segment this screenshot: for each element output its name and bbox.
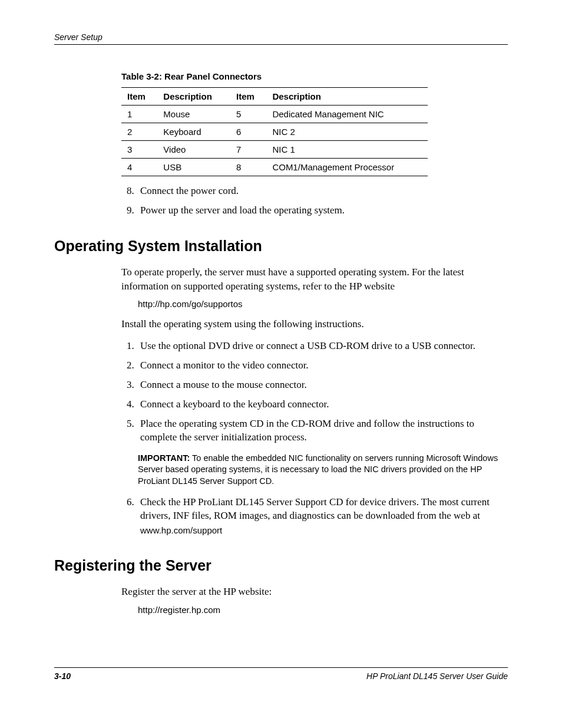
- list-item: Check the HP ProLiant DL145 Server Suppo…: [137, 496, 508, 537]
- table-row: 1 Mouse 5 Dedicated Management NIC: [121, 106, 428, 123]
- cell: NIC 1: [266, 141, 428, 159]
- table-row: 3 Video 7 NIC 1: [121, 141, 428, 159]
- step-text: Check the HP ProLiant DL145 Server Suppo…: [140, 496, 490, 521]
- list-item: Place the operating system CD in the CD-…: [137, 417, 508, 444]
- list-item: Power up the server and load the operati…: [137, 204, 508, 218]
- cell: 6: [230, 123, 266, 141]
- steps-continued: Connect the power cord. Power up the ser…: [121, 185, 508, 218]
- page-number: 3-10: [54, 671, 71, 681]
- list-item: Connect a keyboard to the keyboard conne…: [137, 398, 508, 411]
- table-row: 4 USB 8 COM1/Management Processor: [121, 159, 428, 176]
- cell: USB: [157, 159, 230, 176]
- list-item: Use the optional DVD drive or connect a …: [137, 340, 508, 353]
- document-page: Server Setup Table 3-2: Rear Panel Conne…: [0, 0, 562, 728]
- cell: 4: [121, 159, 157, 176]
- cell: 8: [230, 159, 266, 176]
- cell: Video: [157, 141, 230, 159]
- paragraph: Register the server at the HP website:: [121, 585, 508, 599]
- table-caption: Table 3-2: Rear Panel Connectors: [121, 71, 508, 81]
- note-label: IMPORTANT:: [138, 453, 190, 463]
- url-text: http://register.hp.com: [138, 605, 508, 615]
- list-item: Connect a monitor to the video connector…: [137, 359, 508, 373]
- install-steps-cont: Check the HP ProLiant DL145 Server Suppo…: [121, 496, 508, 537]
- table-row: 2 Keyboard 6 NIC 2: [121, 123, 428, 141]
- cell: Dedicated Management NIC: [266, 106, 428, 123]
- note-text: To enable the embedded NIC functionality…: [138, 453, 498, 486]
- cell: 7: [230, 141, 266, 159]
- cell: 3: [121, 141, 157, 159]
- cell: NIC 2: [266, 123, 428, 141]
- running-header: Server Setup: [54, 32, 508, 45]
- col-header: Description: [266, 88, 428, 106]
- url-text: http://hp.com/go/supportos: [138, 299, 508, 309]
- cell: 2: [121, 123, 157, 141]
- cell: Keyboard: [157, 123, 230, 141]
- url-text: www.hp.com/support: [140, 525, 508, 536]
- doc-title: HP ProLiant DL145 Server User Guide: [366, 671, 508, 681]
- paragraph: Install the operating system using the f…: [121, 317, 508, 331]
- col-header: Description: [157, 88, 230, 106]
- important-note: IMPORTANT: To enable the embedded NIC fu…: [138, 453, 508, 487]
- page-footer: 3-10 HP ProLiant DL145 Server User Guide: [54, 667, 508, 681]
- list-item: Connect the power cord.: [137, 185, 508, 198]
- cell: 5: [230, 106, 266, 123]
- cell: COM1/Management Processor: [266, 159, 428, 176]
- list-item: Connect a mouse to the mouse connector.: [137, 378, 508, 392]
- cell: 1: [121, 106, 157, 123]
- cell: Mouse: [157, 106, 230, 123]
- col-header: Item: [121, 88, 157, 106]
- connector-table: Item Description Item Description 1 Mous…: [121, 87, 428, 176]
- install-steps: Use the optional DVD drive or connect a …: [121, 340, 508, 444]
- section-heading-os-install: Operating System Installation: [54, 238, 508, 255]
- paragraph: To operate properly, the server must hav…: [121, 265, 508, 294]
- col-header: Item: [230, 88, 266, 106]
- section-heading-register: Registering the Server: [54, 557, 508, 574]
